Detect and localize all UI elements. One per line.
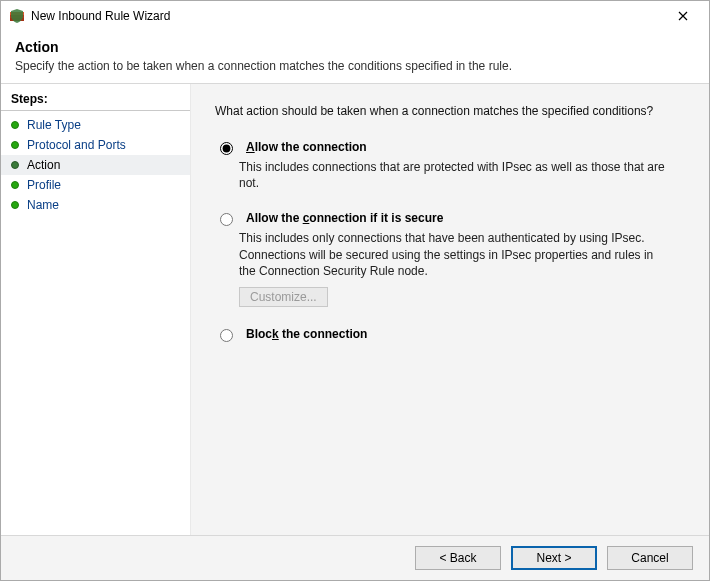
close-button[interactable] <box>663 2 703 30</box>
bullet-icon <box>11 161 19 169</box>
header: Action Specify the action to be taken wh… <box>1 31 709 84</box>
radio-allow-secure[interactable] <box>220 213 233 226</box>
step-label: Name <box>27 198 59 212</box>
titlebar: New Inbound Rule Wizard <box>1 1 709 31</box>
step-protocol-and-ports[interactable]: Protocol and Ports <box>1 135 190 155</box>
cancel-button[interactable]: Cancel <box>607 546 693 570</box>
bullet-icon <box>11 201 19 209</box>
desc-allow-secure: This includes only connections that have… <box>239 230 669 279</box>
desc-allow-connection: This includes connections that are prote… <box>239 159 669 191</box>
label-block-connection[interactable]: Block the connection <box>246 327 367 341</box>
bullet-icon <box>11 181 19 189</box>
window-title: New Inbound Rule Wizard <box>31 9 663 23</box>
close-icon <box>678 11 688 21</box>
wizard-footer: < Back Next > Cancel <box>1 535 709 580</box>
option-block-group: Block the connection <box>215 327 685 342</box>
back-button[interactable]: < Back <box>415 546 501 570</box>
step-label: Rule Type <box>27 118 81 132</box>
firewall-icon <box>9 8 25 24</box>
steps-list: Rule Type Protocol and Ports Action Prof… <box>1 115 190 215</box>
step-label: Profile <box>27 178 61 192</box>
page-subtitle: Specify the action to be taken when a co… <box>15 59 695 73</box>
steps-heading: Steps: <box>1 88 190 111</box>
bullet-icon <box>11 141 19 149</box>
option-allow-group: Allow the connection This includes conne… <box>215 140 685 191</box>
step-rule-type[interactable]: Rule Type <box>1 115 190 135</box>
radio-allow-connection[interactable] <box>220 142 233 155</box>
page-title: Action <box>15 39 695 55</box>
step-label: Action <box>27 158 60 172</box>
wizard-dialog: New Inbound Rule Wizard Action Specify t… <box>0 0 710 581</box>
step-profile[interactable]: Profile <box>1 175 190 195</box>
content-prompt: What action should be taken when a conne… <box>215 104 685 118</box>
step-label: Protocol and Ports <box>27 138 126 152</box>
next-button[interactable]: Next > <box>511 546 597 570</box>
content-panel: What action should be taken when a conne… <box>191 84 709 535</box>
step-action[interactable]: Action <box>1 155 190 175</box>
label-allow-connection[interactable]: Allow the connection <box>246 140 367 154</box>
label-allow-secure[interactable]: Allow the connection if it is secure <box>246 211 443 225</box>
bullet-icon <box>11 121 19 129</box>
radio-block-connection[interactable] <box>220 329 233 342</box>
option-allow-secure-group: Allow the connection if it is secure Thi… <box>215 211 685 307</box>
steps-sidebar: Steps: Rule Type Protocol and Ports Acti… <box>1 84 191 535</box>
step-name[interactable]: Name <box>1 195 190 215</box>
customize-button: Customize... <box>239 287 328 307</box>
